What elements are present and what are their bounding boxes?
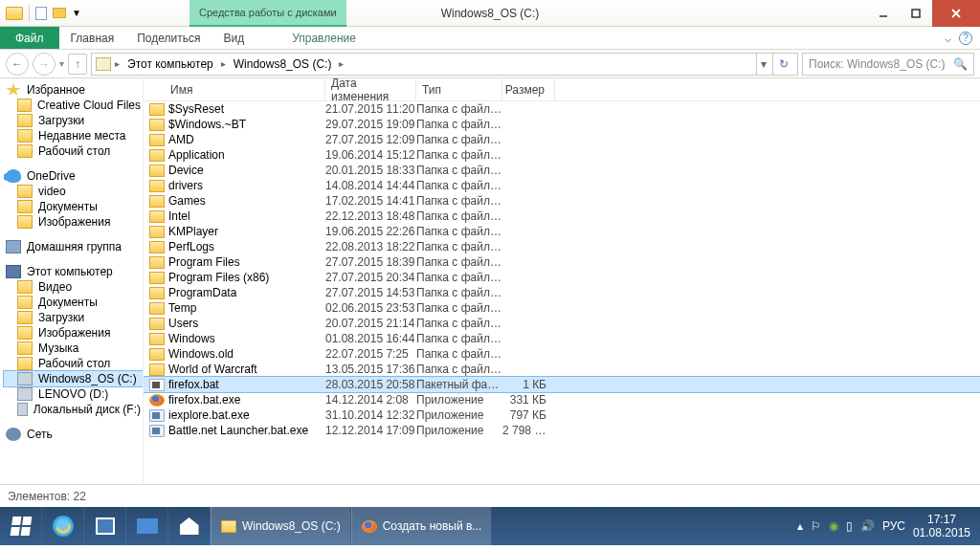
clock[interactable]: 17:17 01.08.2015 [913,513,970,540]
file-row[interactable]: Program Files 27.07.2015 18:39 Папка с ф… [144,254,980,270]
file-row[interactable]: Device 20.01.2015 18:33 Папка с файлами [144,163,980,178]
up-button[interactable]: ↑ [68,54,87,75]
history-dropdown-icon[interactable]: ▾ [59,58,64,69]
file-row[interactable]: Windows.old 22.07.2015 7:25 Папка с файл… [144,346,980,362]
nav-favorites-header[interactable]: Избранное [4,82,143,98]
file-row[interactable]: Battle.net Launcher.bat.exe 12.12.2014 1… [144,423,980,438]
nav-item[interactable]: Загрузки [4,113,143,128]
nav-homegroup[interactable]: Домашняя группа [4,239,143,254]
file-row[interactable]: World of Warcraft 13.05.2015 17:36 Папка… [144,362,980,377]
explorer-icon [6,7,23,20]
share-tab[interactable]: Поделиться [125,27,212,49]
taskbar-firefox-task[interactable]: Создать новый в... [351,507,493,545]
file-row[interactable]: Application 19.06.2014 15:12 Папка с фай… [144,147,980,163]
nav-onedrive-header[interactable]: OneDrive [4,168,143,184]
nav-item[interactable]: Windows8_OS (C:) [4,371,143,386]
qat-dropdown-icon[interactable]: ▼ [72,8,81,18]
refresh-icon[interactable]: ↻ [772,54,793,75]
breadcrumb[interactable]: ▸ Этот компьютер ▸ Windows8_OS (C:) ▸ ▾ … [91,53,798,76]
file-row[interactable]: Windows 01.08.2015 16:44 Папка с файлами [144,331,980,346]
maximize-button[interactable] [900,0,932,27]
close-button[interactable] [932,0,980,27]
nav-network[interactable]: Сеть [4,427,143,442]
fold-icon [17,280,33,294]
nav-item[interactable]: Creative Cloud Files [4,98,143,113]
nav-item[interactable]: Документы [4,295,143,310]
properties-icon[interactable] [35,7,47,20]
new-folder-icon[interactable] [53,8,66,18]
fold-icon [17,341,33,355]
pc-icon [6,265,21,278]
taskbar-home-button[interactable] [168,507,211,545]
chevron-right-icon[interactable]: ▸ [113,58,122,69]
help-icon[interactable]: ? [959,32,972,45]
file-row[interactable]: ProgramData 27.07.2015 14:53 Папка с фай… [144,285,980,300]
file-icon [149,241,165,253]
taskbar-explorer-task[interactable]: Windows8_OS (C:) [211,507,351,545]
file-row[interactable]: AMD 27.07.2015 12:09 Папка с файлами [144,132,980,147]
taskbar-lenovo-button[interactable] [126,507,168,545]
file-row[interactable]: Intel 22.12.2013 18:48 Папка с файлами [144,209,980,224]
file-row[interactable]: $Windows.~BT 29.07.2015 19:09 Папка с фа… [144,117,980,132]
home-tab[interactable]: Главная [59,27,126,49]
nvidia-icon[interactable]: ◉ [829,519,838,533]
chevron-right-icon[interactable]: ▸ [219,58,228,69]
nav-item[interactable]: Документы [4,199,143,214]
nav-item[interactable]: Изображения [4,214,143,230]
nav-item[interactable]: Изображения [4,325,143,341]
file-tab[interactable]: Файл [0,27,59,49]
taskbar-ie-button[interactable] [42,507,84,545]
cloud-icon [6,169,21,183]
nav-item[interactable]: Локальный диск (F:) [4,402,143,417]
nav-item[interactable]: LENOVO (D:) [4,386,143,402]
file-row[interactable]: $SysReset 21.07.2015 11:20 Папка с файла… [144,101,980,117]
file-row[interactable]: iexplore.bat.exe 31.10.2014 12:32 Прилож… [144,407,980,423]
col-type[interactable]: Тип [416,78,502,100]
back-button[interactable]: ← [6,53,29,76]
ribbon-expand-icon[interactable]: ⌵ [945,32,951,45]
file-row[interactable]: PerfLogs 22.08.2013 18:22 Папка с файлам… [144,239,980,254]
crumb-computer[interactable]: Этот компьютер [123,57,217,71]
network-icon [6,428,21,441]
nav-item[interactable]: Музыка [4,341,143,356]
nav-item[interactable]: Рабочий стол [4,356,143,371]
file-icon [149,149,165,162]
file-row[interactable]: KMPlayer 19.06.2015 22:26 Папка с файлам… [144,224,980,239]
manage-tab[interactable]: Управление [280,27,368,49]
action-center-icon[interactable]: ⚐ [811,519,821,533]
start-button[interactable] [0,507,42,545]
file-row[interactable]: firefox.bat 28.03.2015 20:58 Пакетный фа… [144,377,980,392]
address-dropdown-icon[interactable]: ▾ [756,54,770,75]
nav-computer-header[interactable]: Этот компьютер [4,264,143,279]
language-indicator[interactable]: РУС [882,519,905,533]
minimize-button[interactable] [867,0,900,27]
view-tab[interactable]: Вид [212,27,256,49]
file-row[interactable]: Temp 02.06.2015 23:53 Папка с файлами [144,300,980,316]
file-row[interactable]: firefox.bat.exe 14.12.2014 2:08 Приложен… [144,392,980,407]
chevron-right-icon[interactable]: ▸ [337,58,345,69]
file-row[interactable]: Users 20.07.2015 21:14 Папка с файлами [144,316,980,331]
taskbar-store-button[interactable] [84,507,126,545]
col-name[interactable]: Имя [144,78,325,100]
crumb-drive[interactable]: Windows8_OS (C:) [230,57,336,71]
nav-item[interactable]: Загрузки [4,310,143,325]
nav-item[interactable]: Рабочий стол [4,143,143,159]
file-row[interactable]: Program Files (x86) 27.07.2015 20:34 Пап… [144,270,980,285]
file-icon [149,165,165,177]
search-input[interactable]: Поиск: Windows8_OS (C:) 🔍 [802,53,974,76]
nav-item[interactable]: Видео [4,279,143,295]
forward-button[interactable]: → [33,53,56,76]
nav-item[interactable]: Недавние места [4,128,143,143]
col-size[interactable]: Размер [502,78,555,100]
col-modified[interactable]: Дата изменения [325,78,416,100]
folder-icon [17,200,33,213]
file-icon [149,180,165,192]
network-icon[interactable]: ▯ [846,519,853,533]
file-row[interactable]: Games 17.02.2015 14:41 Папка с файлами [144,193,980,209]
nav-item[interactable]: video [4,184,143,199]
file-icon [149,272,165,284]
ie-icon [53,516,74,537]
volume-icon[interactable]: 🔊 [860,519,875,533]
file-row[interactable]: drivers 14.08.2014 14:44 Папка с файлами [144,178,980,193]
tray-chevron-icon[interactable]: ▴ [797,519,803,533]
